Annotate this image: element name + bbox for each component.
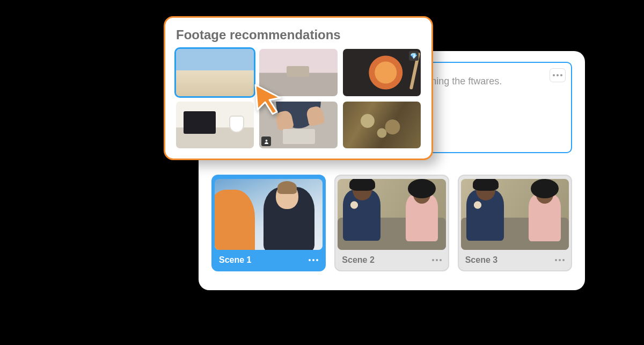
ellipsis-icon	[553, 74, 562, 76]
scene-label: Scene 3	[465, 255, 497, 265]
scene-more-icon[interactable]	[309, 259, 318, 261]
recommendations-title: Footage recommendations	[176, 27, 421, 42]
premium-badge-icon: 💎	[409, 51, 419, 61]
reco-item-van-on-shore[interactable]	[259, 49, 337, 96]
scene-thumbnail	[215, 179, 323, 250]
reco-item-battle-painting[interactable]	[343, 102, 421, 149]
scene-card-1[interactable]: Scene 1	[211, 175, 326, 271]
svg-point-0	[265, 139, 267, 141]
reco-item-hands-typing[interactable]	[259, 102, 337, 149]
scene-card-3[interactable]: Scene 3	[458, 175, 572, 271]
reco-item-desert-beach[interactable]	[176, 49, 254, 96]
scene-more-icon[interactable]	[555, 259, 565, 261]
scene-label: Scene 1	[219, 255, 251, 265]
reco-item-laptop-desk[interactable]	[176, 102, 254, 149]
scene-thumbnail	[338, 179, 445, 250]
scene-more-icon[interactable]	[432, 259, 442, 261]
scene-label: Scene 2	[342, 255, 374, 265]
scenes-row: Scene 1 Scene 2 Scene 3	[211, 175, 572, 271]
footage-recommendations-panel: Footage recommendations 💎	[164, 16, 433, 160]
scene-card-2[interactable]: Scene 2	[334, 175, 449, 271]
reco-item-food-bowl[interactable]: 💎	[343, 49, 421, 96]
user-badge-icon	[261, 136, 271, 146]
script-more-button[interactable]	[550, 68, 566, 82]
scene-thumbnail	[461, 179, 569, 250]
recommendations-grid: 💎	[176, 49, 421, 148]
